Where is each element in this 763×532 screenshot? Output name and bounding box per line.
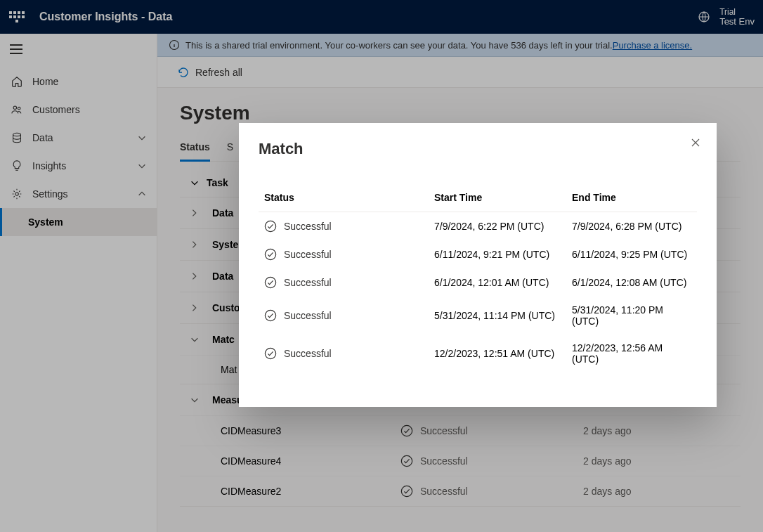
col-end: End Time [572, 192, 691, 203]
modal-row: Successful12/2/2023, 12:51 AM (UTC)12/2/… [259, 335, 697, 372]
row-start: 12/2/2023, 12:51 AM (UTC) [434, 348, 572, 359]
check-icon [264, 276, 277, 289]
modal-row: Successful5/31/2024, 11:14 PM (UTC)5/31/… [259, 297, 697, 335]
modal-row: Successful6/1/2024, 12:01 AM (UTC)6/1/20… [259, 268, 697, 297]
modal-row: Successful6/11/2024, 9:21 PM (UTC)6/11/2… [259, 240, 697, 268]
row-status: Successful [284, 310, 332, 321]
check-icon [264, 309, 277, 322]
close-icon [690, 137, 701, 148]
row-start: 6/1/2024, 12:01 AM (UTC) [434, 277, 572, 288]
modal-row: Successful7/9/2024, 6:22 PM (UTC)7/9/202… [259, 212, 697, 240]
row-end: 6/11/2024, 9:25 PM (UTC) [572, 249, 691, 260]
row-status: Successful [284, 277, 332, 288]
row-status: Successful [284, 221, 332, 232]
col-status: Status [264, 192, 434, 203]
row-status: Successful [284, 348, 332, 359]
check-icon [264, 347, 277, 360]
row-end: 7/9/2024, 6:28 PM (UTC) [572, 221, 691, 232]
match-modal: Match Status Start Time End Time Success… [239, 123, 717, 407]
close-button[interactable] [690, 137, 701, 148]
row-status: Successful [284, 249, 332, 260]
row-start: 6/11/2024, 9:21 PM (UTC) [434, 249, 572, 260]
col-start: Start Time [434, 192, 572, 203]
row-end: 12/2/2023, 12:56 AM (UTC) [572, 342, 691, 365]
row-start: 5/31/2024, 11:14 PM (UTC) [434, 310, 572, 321]
modal-title: Match [259, 140, 697, 158]
check-icon [264, 220, 277, 233]
check-icon [264, 248, 277, 261]
row-end: 5/31/2024, 11:20 PM (UTC) [572, 304, 691, 327]
modal-table-header: Status Start Time End Time [259, 183, 697, 212]
row-start: 7/9/2024, 6:22 PM (UTC) [434, 221, 572, 232]
row-end: 6/1/2024, 12:08 AM (UTC) [572, 277, 691, 288]
